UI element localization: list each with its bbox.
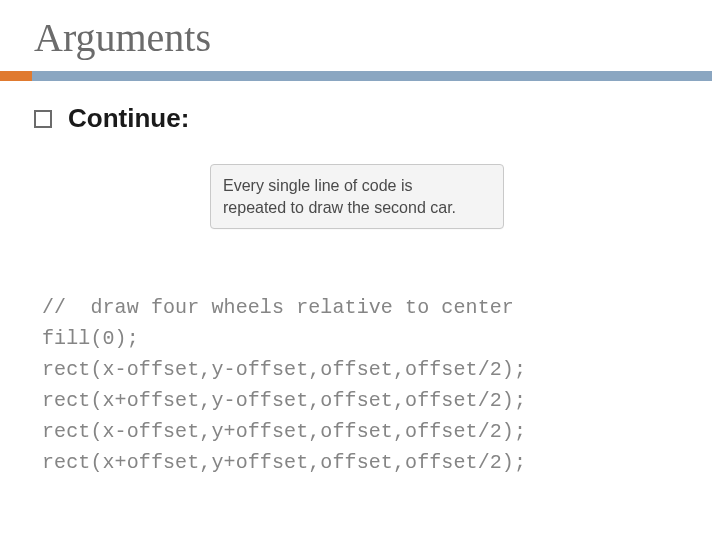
code-line: // draw four wheels relative to center xyxy=(42,292,526,323)
bullet-item: Continue: xyxy=(34,103,686,134)
code-line: rect(x-offset,y-offset,offset,offset/2); xyxy=(42,354,526,385)
code-line: fill(0); xyxy=(42,323,526,354)
divider-bar xyxy=(32,71,712,81)
callout-line-2: repeated to draw the second car. xyxy=(223,197,491,219)
code-line: rect(x-offset,y+offset,offset,offset/2); xyxy=(42,416,526,447)
callout-box: Every single line of code is repeated to… xyxy=(210,164,504,229)
code-line: rect(x+offset,y+offset,offset,offset/2); xyxy=(42,447,526,478)
bullet-label: Continue: xyxy=(68,103,189,134)
title-divider xyxy=(0,71,720,81)
page-title: Arguments xyxy=(0,0,720,65)
code-block: // draw four wheels relative to center f… xyxy=(42,292,526,478)
code-line: rect(x+offset,y-offset,offset,offset/2); xyxy=(42,385,526,416)
accent-block xyxy=(0,71,32,81)
body-region: Continue: xyxy=(0,81,720,134)
callout-line-1: Every single line of code is xyxy=(223,175,491,197)
slide: Arguments Continue: Every single line of… xyxy=(0,0,720,540)
square-bullet-icon xyxy=(34,110,52,128)
